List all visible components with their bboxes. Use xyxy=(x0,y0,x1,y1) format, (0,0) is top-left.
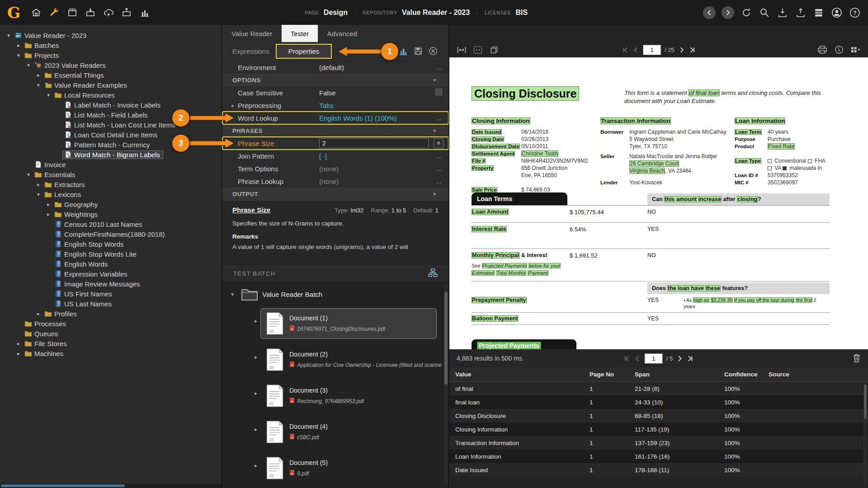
statistics-icon[interactable] xyxy=(399,47,409,56)
property-value[interactable]: English Words (1) (100%) xyxy=(319,114,429,122)
expander-icon[interactable]: ▾ xyxy=(34,192,42,197)
info-icon[interactable] xyxy=(834,45,844,54)
back-button[interactable] xyxy=(703,6,716,19)
next-page-icon[interactable] xyxy=(678,47,685,53)
batch-scrollbar[interactable] xyxy=(444,284,448,485)
property-row-word-lookup[interactable]: Word Lookup English Words (1) (100%) ... xyxy=(222,112,448,124)
tree-item-word-match-bigram-labels[interactable]: Word Match - Bigram Labels xyxy=(0,150,222,160)
property-value[interactable]: (none) xyxy=(319,165,429,173)
expander-icon[interactable]: ▸ xyxy=(34,311,42,317)
chevron-down-icon[interactable]: ▾ xyxy=(433,128,436,134)
batch-document-document-1[interactable]: Document (1) 1674076971_ClosingDisclosur… xyxy=(260,308,437,339)
expander-icon[interactable]: ▸ xyxy=(251,427,260,432)
tree-item-machines[interactable]: ▸ Machines xyxy=(0,348,222,358)
property-value[interactable]: Tabs xyxy=(319,102,429,109)
chevron-down-icon[interactable]: ▾ xyxy=(433,191,436,197)
tree-item-extractors[interactable]: ▸ Extractors xyxy=(0,179,222,189)
menu-button[interactable]: ≡ xyxy=(434,138,443,148)
tree-item-2023-value-readers[interactable]: ▾ 2023 Value Readers xyxy=(0,60,222,70)
section-options[interactable]: OPTIONS ▾ xyxy=(222,74,448,86)
batches-box-icon[interactable] xyxy=(66,6,78,19)
batch-document-document-3[interactable]: Document (3) Rechnung_9764889953.pdf xyxy=(260,380,437,411)
ellipsis-button[interactable]: ... xyxy=(429,178,448,185)
property-value[interactable]: [ -] xyxy=(319,152,429,160)
property-row-environment[interactable]: Environment (default) ... xyxy=(222,61,448,74)
tree-item-processes[interactable]: Processes xyxy=(0,319,222,328)
tree-item-english-stop-words-lite[interactable]: English Stop Words Lite xyxy=(0,249,222,259)
result-row-transaction-information[interactable]: Transaction Information1137-159 (23)100% xyxy=(449,436,868,450)
sidebar-horizontal-scrollbar[interactable] xyxy=(0,483,222,488)
property-row-term-options[interactable]: Term Options (none) ... xyxy=(222,162,448,175)
tab-advanced[interactable]: Advanced xyxy=(318,25,366,42)
expander-icon[interactable]: ▾ xyxy=(5,33,13,38)
tree-item-geography[interactable]: ▸ Geography xyxy=(0,199,222,209)
ellipsis-button[interactable]: ... xyxy=(429,165,448,172)
column-source[interactable]: Source xyxy=(763,371,868,378)
property-row-phrase-size[interactable]: Phrase Size 2 ≡ xyxy=(222,137,448,150)
view-layout-icon[interactable] xyxy=(851,45,861,54)
results-previous-page-icon[interactable] xyxy=(634,355,641,362)
property-value[interactable]: 2 xyxy=(319,138,429,148)
checkbox-cell[interactable] xyxy=(429,89,448,97)
column-page-no[interactable]: Page No xyxy=(584,371,629,378)
results-page-input[interactable] xyxy=(645,353,663,364)
tree-item-loan-cost-detail-line-items[interactable]: Loan Cost Detail Line Items xyxy=(0,130,222,140)
expander-icon[interactable]: ▸ xyxy=(251,463,260,469)
tools-icon[interactable] xyxy=(48,6,60,19)
expander-icon[interactable]: ▸ xyxy=(14,351,23,357)
home-icon[interactable] xyxy=(30,6,42,19)
expander-icon[interactable]: ▾ xyxy=(44,92,52,98)
tree-item-value-reader-2023[interactable]: ▾ Value Reader - 2023 xyxy=(0,30,222,40)
last-page-icon[interactable] xyxy=(689,47,695,53)
copy-pages-icon[interactable] xyxy=(489,46,499,54)
expander-icon[interactable]: ▸ xyxy=(44,202,52,207)
print-icon[interactable] xyxy=(817,45,827,54)
tree-item-queues[interactable]: Queues xyxy=(0,328,222,338)
ellipsis-button[interactable]: ... xyxy=(429,152,448,160)
results-last-page-icon[interactable] xyxy=(687,355,693,362)
tree-item-lexicons[interactable]: ▾ Lexicons xyxy=(0,189,222,199)
repositories-stack-icon[interactable] xyxy=(812,6,825,19)
result-row-loan-information[interactable]: Loan Information1161-176 (16)100% xyxy=(449,450,868,463)
tree-item-invoice[interactable]: Invoice xyxy=(0,160,222,169)
save-icon[interactable] xyxy=(414,47,424,56)
section-output[interactable]: OUTPUT ▾ xyxy=(222,188,448,200)
property-row-preprocessing[interactable]: ▸ Preprocessing Tabs xyxy=(222,99,448,112)
close-icon[interactable] xyxy=(429,47,439,56)
batch-hierarchy-icon[interactable] xyxy=(428,268,438,279)
tab-value-reader[interactable]: Value Reader xyxy=(222,25,282,42)
forward-button[interactable] xyxy=(722,6,734,19)
expander-open-icon[interactable]: ▾ xyxy=(228,291,237,297)
previous-page-icon[interactable] xyxy=(632,47,639,53)
tree-item-essentials[interactable]: ▾ Essentials xyxy=(0,169,222,179)
column-confidence[interactable]: Confidence xyxy=(718,371,763,378)
download-icon[interactable] xyxy=(776,6,788,19)
tree-item-english-words[interactable]: English Words xyxy=(0,259,222,269)
property-row-phrase-lookup[interactable]: Phrase Lookup (none) ... xyxy=(222,175,448,188)
page-number-input[interactable] xyxy=(643,45,661,55)
tree-item-weightings[interactable]: ▸ Weightings xyxy=(0,209,222,219)
phrase-size-input[interactable]: 2 xyxy=(319,138,429,148)
tab-tester[interactable]: Tester xyxy=(282,25,318,42)
ellipsis-button[interactable]: ... xyxy=(429,64,448,71)
property-value[interactable]: False xyxy=(319,89,429,97)
checkbox[interactable] xyxy=(435,89,442,95)
licensee-value[interactable]: BIS xyxy=(515,9,528,17)
result-row-of-final[interactable]: of final121-28 (8)100% xyxy=(449,382,868,395)
stats-chart-icon[interactable] xyxy=(138,6,151,19)
property-value[interactable]: (none) xyxy=(319,178,429,185)
tree-item-english-stop-words[interactable]: English Stop Words xyxy=(0,239,222,249)
page-value[interactable]: Design xyxy=(324,9,348,17)
tree-item-file-stores[interactable]: ▸ File Stores xyxy=(0,338,222,348)
expander-icon[interactable]: ▸ xyxy=(34,72,42,78)
help-icon[interactable]: ? xyxy=(849,6,861,19)
property-row-case-sensitive[interactable]: Case Sensitive False xyxy=(222,86,448,99)
first-page-icon[interactable] xyxy=(622,47,629,53)
result-row-final-loan[interactable]: final loan124-33 (10)100% xyxy=(449,395,868,409)
import-box-icon[interactable] xyxy=(84,6,96,19)
expander-icon[interactable]: ▾ xyxy=(24,62,33,68)
tree-item-completefirstnames-1880-2018[interactable]: CompleteFirstNames(1880-2018) xyxy=(0,229,222,239)
batch-document-document-2[interactable]: Document (2) Application for Cow Ownersh… xyxy=(260,344,447,375)
tree-item-value-reader-examples[interactable]: ▾ Value Reader Examples xyxy=(0,80,222,90)
property-row-join-pattern[interactable]: Join Pattern [ -] ... xyxy=(222,150,448,162)
